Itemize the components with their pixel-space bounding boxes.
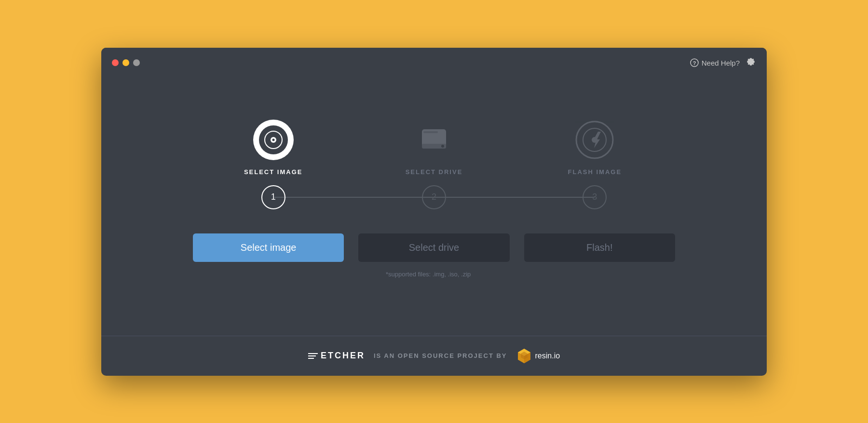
minimize-button[interactable]	[122, 59, 129, 66]
select-drive-button: Select drive	[358, 233, 509, 262]
flash-button: Flash!	[524, 233, 675, 262]
etcher-logo: ETCHER	[308, 351, 365, 361]
step-3-circle-container: 3	[515, 185, 675, 209]
svg-point-9	[441, 145, 444, 148]
app-window: ? Need Help?	[101, 48, 767, 376]
etcher-line-2	[308, 355, 316, 356]
supported-files-container: *supported files: .img, .iso, .zip	[193, 270, 675, 278]
etcher-line-1	[308, 353, 318, 354]
step-1-circle-container: 1	[193, 185, 353, 209]
maximize-button[interactable]	[133, 59, 140, 66]
etcher-lines-icon	[308, 353, 318, 359]
buttons-row: Select image Select drive Flash!	[193, 233, 675, 262]
step-2-circle: 2	[422, 185, 446, 209]
settings-button[interactable]	[746, 56, 756, 69]
supported-files-label: *supported files: .img, .iso, .zip	[386, 271, 471, 278]
main-content: SELECT IMAGE SELECT DRIVE	[101, 75, 767, 321]
select-image-icon	[252, 118, 295, 162]
step-2-label: SELECT DRIVE	[406, 168, 463, 176]
step-1-label: SELECT IMAGE	[244, 168, 303, 176]
step-1-container: SELECT IMAGE	[193, 118, 353, 176]
step-3-circle: 3	[583, 185, 607, 209]
etcher-line-3	[308, 358, 314, 359]
svg-text:?: ?	[692, 60, 696, 66]
step-3-label: FLASH IMAGE	[568, 168, 622, 176]
close-button[interactable]	[112, 59, 119, 66]
steps-icons: SELECT IMAGE SELECT DRIVE	[193, 118, 675, 176]
svg-point-6	[272, 138, 274, 141]
resin-logo: resin.io	[516, 348, 560, 364]
step-3-container: FLASH IMAGE	[515, 118, 675, 176]
gear-icon	[746, 56, 756, 67]
footer-byline: IS AN OPEN SOURCE PROJECT BY	[374, 352, 507, 359]
flash-image-icon	[573, 118, 616, 162]
question-icon: ?	[690, 58, 699, 67]
titlebar: ? Need Help?	[101, 48, 767, 75]
progress-row: 1 2 3	[193, 185, 675, 209]
step-1-circle: 1	[261, 185, 285, 209]
titlebar-right: ? Need Help?	[690, 56, 756, 69]
step-2-circle-container: 2	[353, 185, 514, 209]
resin-cube-icon	[516, 348, 532, 364]
help-label: Need Help?	[702, 59, 740, 67]
etcher-label: ETCHER	[321, 351, 365, 361]
window-controls	[112, 59, 140, 66]
footer: ETCHER IS AN OPEN SOURCE PROJECT BY resi…	[101, 336, 767, 376]
resin-label: resin.io	[535, 352, 560, 360]
help-button[interactable]: ? Need Help?	[690, 58, 740, 67]
select-image-button[interactable]: Select image	[193, 233, 344, 262]
select-drive-icon	[412, 118, 456, 162]
step-2-container: SELECT DRIVE	[353, 118, 514, 176]
svg-rect-10	[423, 131, 438, 133]
